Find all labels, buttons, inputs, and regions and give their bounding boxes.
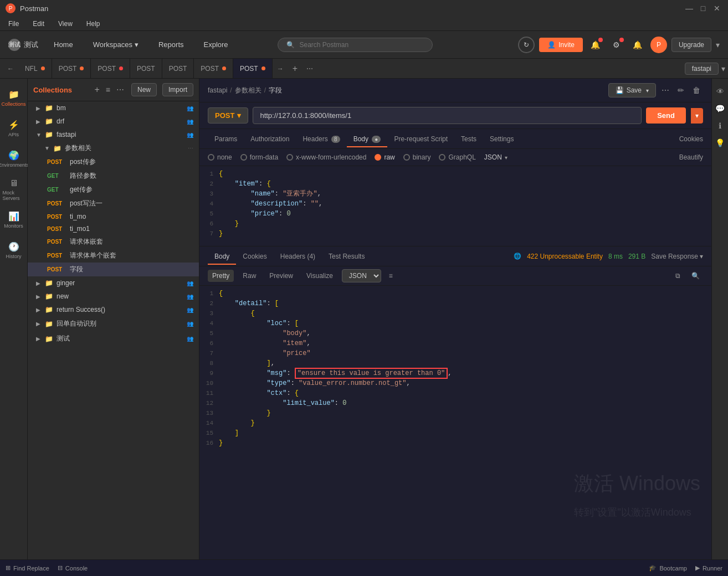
invite-button[interactable]: 👤 Invite <box>539 38 583 52</box>
menu-view[interactable]: View <box>55 19 75 29</box>
bell-btn[interactable]: 🔔 <box>629 37 646 53</box>
tab-params[interactable]: Params <box>208 131 244 147</box>
collection-drf[interactable]: ▶ 📁 drf 👥 <box>28 115 199 128</box>
nav-workspaces[interactable]: Workspaces ▾ <box>89 38 143 52</box>
collection-return-success[interactable]: ▶ 📁 return Success() 👥 <box>28 303 199 316</box>
nav-reports[interactable]: Reports <box>154 38 188 52</box>
filter-icon[interactable]: ≡ <box>386 270 396 281</box>
tab-post-active[interactable]: POST <box>233 59 273 78</box>
bootcamp-btn[interactable]: 🎓 Bootcamp <box>649 564 687 572</box>
tab-tests[interactable]: Tests <box>454 131 483 147</box>
user-avatar-btn[interactable]: P <box>650 37 667 53</box>
search-response-btn[interactable]: 🔍 <box>688 270 703 281</box>
sidebar-item-history[interactable]: 🕐 History <box>3 236 25 264</box>
res-tab-headers[interactable]: Headers (4) <box>274 248 322 265</box>
request-code-editor[interactable]: 1 { 2 "item": { 3 "name": "亚索手办", 4 "des… <box>199 166 711 246</box>
request-get-get传参[interactable]: GET get传参 <box>28 183 199 197</box>
res-tab-cookies[interactable]: Cookies <box>236 248 273 265</box>
new-btn[interactable]: New <box>131 83 157 96</box>
request-post-ti_mo1[interactable]: POST ti_mo1 <box>28 223 199 235</box>
tab-authorization[interactable]: Authorization <box>244 131 296 147</box>
settings-btn[interactable]: ⚙ <box>608 37 625 53</box>
save-button[interactable]: 💾 Save ▾ <box>608 83 656 97</box>
request-post-post传参[interactable]: POST post传参 <box>28 155 199 169</box>
three-dots-btn[interactable]: ⋯ <box>659 83 672 97</box>
sync-btn[interactable]: ↻ <box>518 37 535 53</box>
method-select[interactable]: POST ▾ <box>208 107 248 124</box>
body-option-binary[interactable]: binary <box>403 153 431 161</box>
beautify-btn[interactable]: Beautify <box>679 153 703 161</box>
runner-btn[interactable]: ▶ Runner <box>695 564 722 572</box>
format-pretty[interactable]: Pretty <box>208 270 234 282</box>
collection-ginger[interactable]: ▶ 📁 ginger 👥 <box>28 276 199 290</box>
request-post-请求体单个嵌套[interactable]: POST 请求体单个嵌套 <box>28 249 199 263</box>
breadcrumb-middle[interactable]: 参数相关 <box>235 86 262 95</box>
send-button[interactable]: Send <box>646 107 686 124</box>
tab-body[interactable]: Body ● <box>347 131 388 147</box>
request-post-字段[interactable]: POST 字段 <box>28 263 199 276</box>
menu-edit[interactable]: Edit <box>30 19 47 29</box>
tab-more-btn[interactable]: ⋯ <box>302 65 317 73</box>
chevron-down-icon-topnav[interactable]: ▾ <box>716 40 720 49</box>
eye-icon[interactable]: 👁 <box>714 84 727 99</box>
upgrade-button[interactable]: Upgrade <box>671 38 711 52</box>
info-icon[interactable]: ℹ <box>716 119 724 133</box>
edit-icon[interactable]: ✏ <box>675 83 687 97</box>
folder-参数相关[interactable]: ▼ 📁 参数相关 ⋯ <box>28 141 199 155</box>
breadcrumb-root[interactable]: fastapi <box>208 86 227 94</box>
close-btn[interactable]: ✕ <box>711 3 722 14</box>
copy-btn[interactable]: ⧉ <box>672 270 684 281</box>
find-replace-btn[interactable]: ⊞ Find Replace <box>6 564 49 572</box>
menu-help[interactable]: Help <box>84 19 103 29</box>
body-option-form-data[interactable]: form-data <box>240 153 278 161</box>
format-select[interactable]: JSON <box>342 269 381 282</box>
collection-fastapi[interactable]: ▼ 📁 fastapi 👥 <box>28 128 199 141</box>
sidebar-item-collections[interactable]: 📁 Collections <box>3 84 25 112</box>
res-tab-test-results[interactable]: Test Results <box>322 248 371 265</box>
cookies-link[interactable]: Cookies <box>679 135 703 143</box>
collection-测试[interactable]: ▶ 📁 测试 👥 <box>28 331 199 346</box>
tab-headers[interactable]: Headers 8 <box>296 131 346 147</box>
sidebar-item-apis[interactable]: ⚡ APIs <box>3 115 25 142</box>
request-get-路径参数[interactable]: GET 路径参数 <box>28 169 199 183</box>
more-btn[interactable]: ⋯ <box>115 84 126 96</box>
console-btn[interactable]: ⊟ Console <box>58 564 88 572</box>
request-post-ti_mo[interactable]: POST ti_mo <box>28 210 199 223</box>
collection-bm[interactable]: ▶ 📁 bm 👥 <box>28 101 199 115</box>
json-select[interactable]: JSON ▾ <box>484 153 507 161</box>
tab-add-btn[interactable]: + <box>288 64 302 74</box>
tab-post-5[interactable]: POST <box>194 59 233 78</box>
send-dropdown-btn[interactable]: ▾ <box>691 108 703 124</box>
sidebar-item-environments[interactable]: 🌍 Environments <box>3 145 25 173</box>
add-collection-btn[interactable]: + <box>93 83 101 96</box>
tab-back-btn[interactable]: ← <box>3 62 18 75</box>
tab-forward-btn[interactable]: → <box>273 65 288 73</box>
request-post-请求体嵌套[interactable]: POST 请求体嵌套 <box>28 235 199 249</box>
body-option-urlencoded[interactable]: x-www-form-urlencoded <box>286 153 366 161</box>
maximize-btn[interactable]: □ <box>698 3 709 14</box>
tab-post-3[interactable]: POST <box>130 59 162 78</box>
notifications-btn[interactable]: 🔔 <box>587 37 604 53</box>
chat-icon[interactable]: 💬 <box>712 101 727 116</box>
nav-home[interactable]: Home <box>49 38 78 52</box>
tab-post-1[interactable]: POST <box>52 59 91 78</box>
nav-explore[interactable]: Explore <box>199 38 233 52</box>
res-tab-body[interactable]: Body <box>208 248 236 265</box>
url-input[interactable] <box>253 107 642 124</box>
search-input[interactable] <box>299 41 424 49</box>
tab-settings[interactable]: Settings <box>483 131 520 147</box>
request-post-post写法一[interactable]: POST post写法一 <box>28 197 199 210</box>
format-raw[interactable]: Raw <box>238 270 260 282</box>
body-option-none[interactable]: none <box>208 153 232 161</box>
filter-btn[interactable]: ≡ <box>104 84 112 96</box>
trash-icon[interactable]: 🗑 <box>690 83 703 97</box>
lightbulb-icon[interactable]: 💡 <box>712 136 727 150</box>
format-visualize[interactable]: Visualize <box>302 270 337 282</box>
collection-new[interactable]: ▶ 📁 new 👥 <box>28 290 199 303</box>
body-option-graphql[interactable]: GraphQL <box>439 153 475 161</box>
sidebar-item-mock-servers[interactable]: 🖥 Mock Servers <box>3 176 25 203</box>
tab-post-2[interactable]: POST <box>91 59 130 78</box>
import-btn[interactable]: Import <box>162 83 193 96</box>
save-response-btn[interactable]: Save Response ▾ <box>651 253 703 260</box>
format-preview[interactable]: Preview <box>265 270 298 282</box>
